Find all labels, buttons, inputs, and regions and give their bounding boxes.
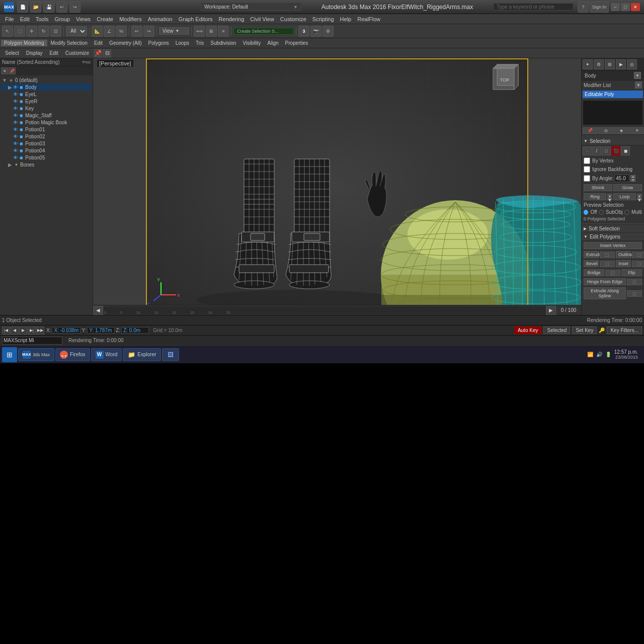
btn-display[interactable]: Display (23, 50, 46, 56)
shrink-btn[interactable]: Shrink (584, 184, 612, 191)
selection-filter-dropdown[interactable]: All (66, 26, 87, 36)
tb-redo[interactable]: ↪ (143, 26, 154, 37)
tb-render[interactable]: 📷 (310, 26, 321, 37)
panel-motion-icon[interactable]: ▶ (616, 59, 626, 69)
by-angle-spinner[interactable]: ▲ ▼ (630, 175, 635, 182)
poly-btn-modify-selection[interactable]: Modify Selection (48, 40, 91, 46)
loop-spinner[interactable]: ▲ ▼ (637, 194, 642, 200)
taskbar-explorer[interactable]: 📁 Explorer (123, 348, 160, 361)
tree-item-eyel[interactable]: 👁 ◼ EyeL (1, 91, 92, 98)
tb-rotate[interactable]: ↻ (38, 26, 49, 37)
radio-multi[interactable] (624, 210, 629, 215)
quick-access-undo[interactable]: ↩ (56, 2, 67, 13)
selected-label[interactable]: Selected (543, 327, 570, 334)
tb-layer[interactable]: ≡ (218, 26, 229, 37)
poly-btn-visibility[interactable]: Visibility (239, 40, 264, 46)
key-filters-btn[interactable]: Key Filters... (607, 327, 642, 334)
editable-poly-item[interactable]: Editable Poly (583, 91, 643, 98)
create-selection-btn[interactable]: Create Selection S... (233, 28, 294, 35)
stack-unique-btn[interactable]: ◈ (614, 127, 629, 134)
quick-access-open[interactable]: 📂 (30, 2, 41, 13)
menu-customize[interactable]: Customize (277, 16, 309, 23)
taskbar-image-viewer[interactable]: 🖼 (162, 348, 179, 361)
ring-down[interactable]: ▼ (607, 197, 612, 200)
tree-item-potion-book[interactable]: 👁 ◼ Potion Magic Book (1, 119, 92, 126)
panel-display-icon[interactable]: ◎ (627, 59, 637, 69)
element-mode-btn[interactable]: ◼ (621, 146, 630, 155)
tb-snap-toggle[interactable]: 📐 (92, 26, 103, 37)
tb-select-region[interactable]: ⬚ (14, 26, 25, 37)
quick-access-save[interactable]: 💾 (43, 2, 54, 13)
menu-help[interactable]: Help (337, 16, 355, 23)
panel-options-btn[interactable]: ▼ (634, 72, 641, 79)
poly-btn-tris[interactable]: Tris (193, 40, 207, 46)
tree-item-key[interactable]: 👁 ◼ Key (1, 105, 92, 112)
tb-angle-snap[interactable]: ∠ (104, 26, 115, 37)
tree-item-body[interactable]: ▶ 👁 ◼ Body (1, 84, 92, 91)
by-angle-input[interactable] (614, 175, 629, 182)
border-mode-btn[interactable]: □ (602, 146, 611, 155)
timeline-prev-btn[interactable]: ◀ (93, 306, 103, 315)
ring-spinner[interactable]: ▲ ▼ (607, 194, 612, 200)
hinge-btn[interactable]: Hinge From Edge (584, 278, 626, 285)
quick-access-redo[interactable]: ↪ (69, 2, 80, 13)
flip-btn[interactable]: Flip (621, 269, 642, 276)
loop-btn[interactable]: Loop (613, 193, 636, 200)
tree-item-potion02[interactable]: 👁 ◼ Potion02 (1, 133, 92, 140)
menu-animation[interactable]: Animation (145, 16, 176, 23)
soft-selection-header[interactable]: ▶ Soft Selection (582, 225, 644, 233)
tree-item-potion03[interactable]: 👁 ◼ Potion03 (1, 140, 92, 147)
tree-item-potion05[interactable]: 👁 ◼ Potion05 (1, 154, 92, 161)
extrude-btn[interactable]: Extrude (584, 251, 599, 258)
quick-access-new[interactable]: 📄 (17, 2, 28, 13)
anim-prev-btn[interactable]: ◀ (11, 327, 19, 335)
maximize-btn[interactable]: □ (621, 3, 630, 11)
help-btn[interactable]: ? (578, 2, 589, 13)
edge-mode-btn[interactable]: / (592, 146, 601, 155)
polygon-mode-btn[interactable]: ⬛ (611, 146, 620, 155)
btn-select[interactable]: Select (2, 50, 22, 56)
panel-hierarchy-icon[interactable]: ⊞ (605, 59, 615, 69)
tb-percent-snap[interactable]: % (116, 26, 127, 37)
view-dropdown[interactable]: View▼ (159, 27, 189, 35)
by-angle-checkbox[interactable] (584, 175, 590, 182)
menu-create[interactable]: Create (94, 16, 116, 23)
tree-item-root[interactable]: ▼ ◈ 0 (default) (1, 76, 92, 84)
tb-scale[interactable]: ⊡ (50, 26, 61, 37)
scene-pin-btn[interactable]: 📌 (9, 67, 16, 74)
grow-btn[interactable]: Grow (613, 184, 642, 191)
anim-end-btn[interactable]: ▶▶ (36, 327, 44, 335)
timeline-track[interactable]: 0 5 10 15 20 25 30 35 (103, 306, 546, 314)
poly-btn-polygons[interactable]: Polygons (145, 40, 172, 46)
tb-render-settings[interactable]: ⚙ (323, 26, 334, 37)
loop-up[interactable]: ▲ (637, 194, 642, 197)
menu-file[interactable]: File (2, 16, 17, 23)
radio-off[interactable] (584, 210, 588, 215)
menu-civil-view[interactable]: Civil View (247, 16, 277, 23)
poly-btn-subdivision[interactable]: Subdivision (207, 40, 239, 46)
menu-modifiers[interactable]: Modifiers (116, 16, 145, 23)
set-key-btn[interactable]: Set Key (572, 327, 597, 334)
pin-btn[interactable]: 📌 (94, 49, 102, 57)
minimize-btn[interactable]: – (611, 3, 620, 11)
menu-edit[interactable]: Edit (17, 16, 33, 23)
extrude-spline-settings-btn[interactable]: ⬚ (627, 290, 642, 297)
stack-pin-btn[interactable]: 📌 (583, 127, 598, 134)
stack-show-btn[interactable]: ◎ (598, 127, 613, 134)
ignore-backfacing-checkbox[interactable] (584, 166, 590, 173)
tree-item-potion04[interactable]: 👁 ◼ Potion04 (1, 147, 92, 154)
by-vertex-checkbox[interactable] (584, 157, 590, 164)
menu-rendering[interactable]: Rendering (216, 16, 248, 23)
selection-section-header[interactable]: ▼ Selection (582, 137, 644, 145)
tree-item-bones[interactable]: ▶ ✦ Bones (1, 161, 92, 168)
taskbar-word[interactable]: W Word (91, 348, 122, 361)
tree-item-eyer[interactable]: 👁 ◼ EyeR (1, 98, 92, 105)
poly-btn-geometry-all[interactable]: Geometry (All) (106, 40, 144, 46)
tb-select-obj[interactable]: ↖ (2, 26, 13, 37)
sign-in-btn[interactable]: Sign In (590, 2, 609, 13)
poly-btn-polygon-modeling[interactable]: Polygon Modeling (1, 40, 47, 46)
tb-undo[interactable]: ↩ (131, 26, 142, 37)
key-icon[interactable]: 🔑 (599, 328, 605, 333)
maxscript-input[interactable] (2, 337, 62, 345)
modifier-list-dropdown[interactable]: ▼ (635, 82, 642, 89)
